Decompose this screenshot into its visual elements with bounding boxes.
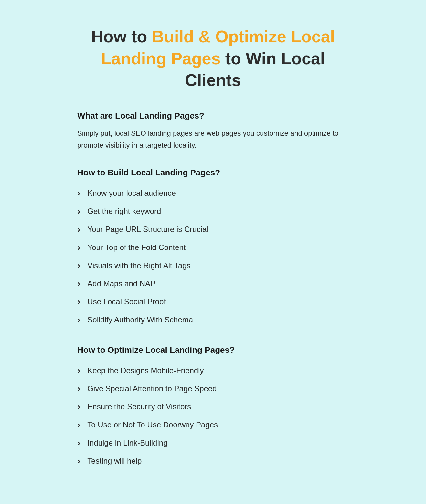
page-title: How to Build & Optimize Local Landing Pa… xyxy=(77,26,349,91)
list-item: Give Special Attention to Page Speed xyxy=(77,380,349,398)
build-list: Know your local audience Get the right k… xyxy=(77,184,349,329)
optimize-list: Keep the Designs Mobile-Friendly Give Sp… xyxy=(77,362,349,470)
list-item: Testing will help xyxy=(77,452,349,470)
list-item: Get the right keyword xyxy=(77,202,349,220)
main-container: How to Build & Optimize Local Landing Pa… xyxy=(58,19,368,504)
list-item: Solidify Authority With Schema xyxy=(77,311,349,329)
what-section: What are Local Landing Pages? Simply put… xyxy=(77,111,349,152)
title-part1: How to xyxy=(91,27,152,46)
list-item: Know your local audience xyxy=(77,184,349,202)
list-item: Indulge in Link-Building xyxy=(77,434,349,452)
list-item: To Use or Not To Use Doorway Pages xyxy=(77,416,349,434)
list-item: Use Local Social Proof xyxy=(77,293,349,311)
what-heading: What are Local Landing Pages? xyxy=(77,111,349,121)
list-item: Keep the Designs Mobile-Friendly xyxy=(77,362,349,380)
list-item: Ensure the Security of Visitors xyxy=(77,398,349,416)
build-section: How to Build Local Landing Pages? Know y… xyxy=(77,168,349,329)
optimize-section: How to Optimize Local Landing Pages? Kee… xyxy=(77,345,349,470)
list-item: Visuals with the Right Alt Tags xyxy=(77,257,349,275)
what-body: Simply put, local SEO landing pages are … xyxy=(77,127,349,152)
list-item: Your Page URL Structure is Crucial xyxy=(77,220,349,238)
optimize-heading: How to Optimize Local Landing Pages? xyxy=(77,345,349,355)
build-heading: How to Build Local Landing Pages? xyxy=(77,168,349,178)
list-item: Add Maps and NAP xyxy=(77,275,349,293)
list-item: Your Top of the Fold Content xyxy=(77,238,349,257)
